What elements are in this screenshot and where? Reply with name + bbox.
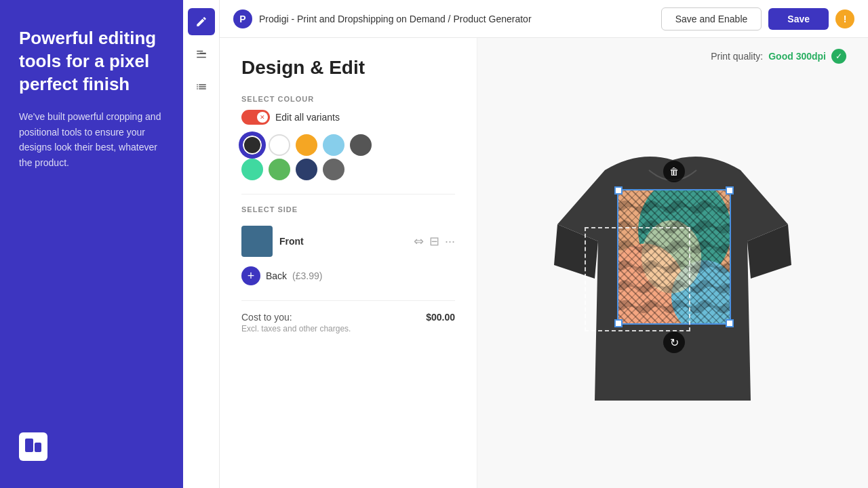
save-and-enable-button[interactable]: Save and Enable	[661, 7, 762, 30]
colour-swatch-navy[interactable]	[296, 159, 317, 180]
topbar-title: Prodigi - Print and Dropshipping on Dema…	[259, 14, 532, 24]
cost-value: $00.00	[426, 312, 455, 323]
print-quality-check-icon: ✓	[831, 49, 846, 64]
panel-title: Design & Edit	[241, 57, 455, 79]
tshirt-container: 🗑	[544, 69, 802, 488]
main-content: P Prodigi - Print and Dropshipping on De…	[220, 0, 868, 488]
print-quality-label: Print quality:	[711, 51, 763, 62]
front-thumbnail	[241, 226, 273, 257]
marketing-sidebar: Powerful editing tools for a pixel perfe…	[0, 0, 183, 488]
side-section: SELECT SIDE Front ⇔ ⊟ ··· + Back (£3.99)	[241, 205, 455, 289]
resize-handle-br[interactable]	[726, 319, 734, 327]
front-side-icons: ⇔ ⊟ ···	[414, 234, 455, 249]
svg-rect-1	[35, 443, 41, 452]
colour-grid	[241, 134, 455, 156]
add-back-label: Back (£3.99)	[266, 270, 322, 281]
colour-swatch-white[interactable]	[269, 134, 290, 156]
rotate-handle[interactable]: ↻	[663, 331, 685, 353]
warning-icon[interactable]: !	[835, 9, 854, 28]
sidebar-heading: Powerful editing tools for a pixel perfe…	[19, 27, 164, 96]
design-overlay[interactable]: 🗑	[617, 189, 731, 325]
edit-all-variants-label: Edit all variants	[275, 112, 340, 123]
brand-icon: P	[233, 9, 252, 28]
colour-swatch-darkgray[interactable]	[350, 134, 372, 156]
list-tool-button[interactable]	[188, 73, 215, 100]
print-quality-value: Good 300dpi	[768, 51, 826, 62]
edit-tool-button[interactable]	[188, 8, 215, 35]
icon-sidebar	[183, 0, 220, 488]
tshirt-preview: 🗑	[544, 129, 802, 428]
delete-handle[interactable]: 🗑	[663, 161, 685, 182]
side-section-label: SELECT SIDE	[241, 205, 455, 214]
topbar-actions: Save and Enable Save !	[661, 7, 854, 30]
resize-handle-tl[interactable]	[614, 186, 623, 195]
design-panel: Design & Edit SELECT COLOUR Edit all var…	[220, 38, 477, 488]
add-back-circle-icon: +	[241, 266, 260, 285]
content-area: Design & Edit SELECT COLOUR Edit all var…	[220, 38, 868, 488]
adjustments-tool-button[interactable]	[188, 41, 215, 68]
save-button[interactable]: Save	[768, 8, 829, 30]
cost-label: Cost to you:	[241, 312, 292, 323]
resize-handle-tr[interactable]	[726, 186, 734, 195]
topbar-brand: P Prodigi - Print and Dropshipping on De…	[233, 9, 653, 28]
colour-swatch-black[interactable]	[241, 134, 263, 156]
svg-rect-0	[25, 439, 33, 452]
colour-section-label: SELECT COLOUR	[241, 95, 455, 103]
cost-section: Cost to you: $00.00 Excl. taxes and othe…	[241, 312, 455, 333]
print-quality-bar: Print quality: Good 300dpi ✓	[477, 38, 868, 69]
topbar: P Prodigi - Print and Dropshipping on De…	[220, 0, 868, 38]
colour-swatch-blue[interactable]	[323, 134, 344, 156]
edit-all-variants-toggle[interactable]	[241, 110, 270, 125]
logo	[19, 432, 47, 461]
add-back-button[interactable]: + Back (£3.99)	[241, 262, 455, 289]
divider-2	[241, 300, 455, 301]
resize-icon[interactable]: ⇔	[414, 234, 424, 249]
colour-grid-2	[241, 159, 455, 180]
colour-swatch-yellow[interactable]	[296, 134, 317, 156]
sidebar-subtext: We've built powerful cropping and positi…	[19, 109, 164, 170]
edit-all-variants-row: Edit all variants	[241, 110, 455, 125]
front-side-label: Front	[279, 236, 407, 247]
front-side-item: Front ⇔ ⊟ ···	[241, 220, 455, 262]
cost-note: Excl. taxes and other charges.	[241, 324, 455, 333]
colour-swatch-teal[interactable]	[241, 159, 263, 180]
align-icon[interactable]: ⊟	[429, 234, 439, 249]
divider-1	[241, 194, 455, 195]
preview-panel: Print quality: Good 300dpi ✓	[477, 38, 868, 488]
colour-swatch-green[interactable]	[269, 159, 290, 180]
inner-selection-box	[585, 227, 690, 331]
cost-row: Cost to you: $00.00	[241, 312, 455, 323]
more-icon[interactable]: ···	[445, 235, 455, 249]
colour-swatch-gray[interactable]	[323, 159, 344, 180]
colour-section: SELECT COLOUR Edit all variants	[241, 95, 455, 180]
